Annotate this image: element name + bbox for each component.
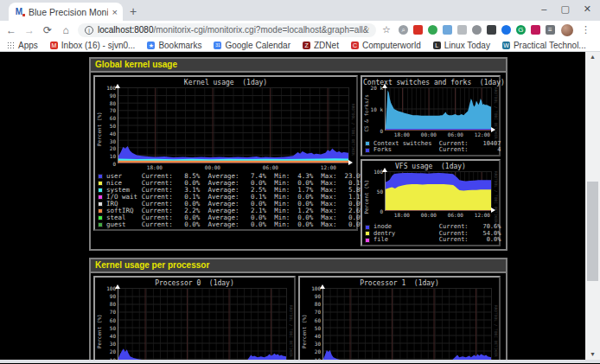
- x-tick-label: 12:00: [321, 164, 336, 170]
- legend-swatch: [98, 188, 103, 193]
- y-tick-label: 90: [110, 92, 116, 98]
- extensions-row: ⌕G≡: [399, 25, 555, 35]
- y-axis-label: Percent (%): [301, 288, 308, 360]
- forward-icon[interactable]: →: [23, 24, 35, 36]
- dark-square-ext-icon[interactable]: [487, 25, 496, 35]
- y-tick-label: 0: [380, 208, 383, 214]
- legend-swatch: [98, 201, 103, 207]
- legend-swatch: [365, 231, 370, 236]
- legend-row: file Current: 0.0%: [365, 237, 498, 244]
- graph-plot: [118, 87, 349, 163]
- back-icon[interactable]: ←: [5, 24, 17, 36]
- graph-plot: [118, 288, 287, 360]
- maximize-button[interactable]: ▢: [560, 3, 569, 14]
- window-titlebar: M Blue Precision Monitorix × + – ▢ ✕: [0, 0, 600, 21]
- axis-arrow-up-icon: [382, 168, 387, 172]
- browser-toolbar: ← → ⟳ ⌂ i localhost:8080/monitorix-cgi/m…: [0, 21, 600, 39]
- legend-swatch: [365, 238, 370, 243]
- bookmark-item[interactable]: CComputerworld: [351, 41, 421, 50]
- gmail-ext-icon[interactable]: [413, 25, 423, 35]
- scrollbar-thumb[interactable]: [587, 182, 598, 281]
- y-tick-label: 80: [110, 301, 116, 307]
- bookmark-item[interactable]: 31Google Calendar: [214, 41, 290, 50]
- legend-row: guest Current: 0.0% Average: 0.0% Min: 0…: [98, 221, 355, 228]
- search-ext-icon[interactable]: ⌕: [399, 25, 408, 35]
- scrollbar[interactable]: ▲ ▼: [585, 52, 600, 360]
- bookmark-star-icon[interactable]: ☆: [382, 24, 391, 35]
- y-tick-label: 60: [110, 316, 116, 322]
- y-tick-label: 70: [315, 309, 321, 315]
- y-tick-label: 20: [110, 145, 116, 151]
- green-circle-ext-icon[interactable]: G: [516, 25, 526, 35]
- x-tick-label: 06:00: [448, 131, 463, 137]
- legend-text: Forks Current: 4: [373, 147, 501, 154]
- chrome-menu-icon[interactable]: ⋮: [581, 24, 590, 35]
- bookmark-item[interactable]: MInbox (16) - sjvn0...: [50, 41, 136, 50]
- bookmark-label: Bookmarks: [158, 41, 201, 50]
- section-kernel-per-processor: Kernel usage per processor Processor 0 (…: [89, 258, 507, 360]
- x-tick-label: 18:00: [394, 131, 410, 137]
- calendar-icon: 31: [214, 42, 221, 49]
- notes-ext-icon[interactable]: [457, 25, 467, 35]
- y-tick-label: 70: [110, 107, 116, 113]
- green-badge-ext-icon[interactable]: [428, 25, 437, 35]
- reload-icon[interactable]: ⟳: [41, 24, 54, 36]
- browser-tab[interactable]: M Blue Precision Monitorix ×: [9, 3, 123, 21]
- legend-swatch: [365, 141, 370, 146]
- apps-shortcut[interactable]: Apps: [7, 41, 38, 50]
- tablist-ext-icon[interactable]: ≡: [546, 25, 555, 35]
- legend-swatch: [98, 215, 103, 220]
- graph-plot: [322, 288, 492, 360]
- x-tick-label: 00:00: [421, 131, 437, 137]
- x-tick-label: 00:00: [205, 164, 220, 170]
- bookmark-item[interactable]: ZZDNet: [303, 41, 339, 50]
- y-tick-label: 40: [110, 130, 116, 136]
- scroll-up-icon[interactable]: ▲: [585, 52, 600, 62]
- rrdtool-watermark: RRDTOOL / TOBI OETIKER: [287, 288, 293, 360]
- y-tick-label: 50: [110, 324, 116, 330]
- pin-ext-icon[interactable]: [531, 25, 540, 35]
- blue-pill-ext-icon[interactable]: [501, 25, 511, 35]
- x-tick-label: 06:00: [263, 164, 278, 170]
- bookmark-label: ZDNet: [314, 41, 339, 50]
- scroll-down-icon[interactable]: ▼: [585, 349, 600, 360]
- url-text[interactable]: localhost:8080/monitorix-cgi/monitorix.c…: [98, 25, 369, 35]
- home-icon[interactable]: ⌂: [60, 24, 72, 36]
- y-tick-label: 10: [110, 356, 116, 360]
- graph-title: Processor 1 (1day): [301, 279, 498, 287]
- y-tick-label: 90: [315, 292, 321, 298]
- area-forks: [386, 129, 491, 130]
- axis-arrow-up-icon: [115, 84, 120, 88]
- graph-vfs_usage[interactable]: VFS usage (1day)Percent (%)10050018:0000…: [361, 159, 501, 246]
- bookmark-item[interactable]: LLinux Today: [433, 41, 490, 50]
- graph-kernel_usage[interactable]: Kernel usage (1day)Percent (%)1009080706…: [93, 75, 358, 231]
- y-axis-label: CS & forks/s: [363, 87, 370, 139]
- y-tick-label: 0: [112, 161, 116, 167]
- graph-context_switches[interactable]: Context switches and forks (1day)CS & fo…: [361, 75, 501, 156]
- minimize-button[interactable]: –: [541, 3, 546, 14]
- copy-pages-ext-icon[interactable]: [443, 25, 452, 35]
- legend-swatch: [365, 148, 370, 153]
- legend-swatch: [98, 195, 103, 200]
- close-button[interactable]: ✕: [584, 3, 591, 14]
- new-tab-button[interactable]: +: [130, 4, 137, 21]
- address-bar[interactable]: i localhost:8080/monitorix-cgi/monitorix…: [78, 23, 376, 37]
- site-info-icon[interactable]: i: [85, 26, 93, 35]
- bookmark-item[interactable]: WPractical Technol...: [502, 41, 586, 50]
- bookmark-label: Practical Technol...: [514, 41, 586, 50]
- x-tick-label: 18:00: [394, 212, 410, 218]
- graph-title: Kernel usage (1day): [96, 79, 355, 86]
- y-tick-label: 50: [377, 188, 383, 194]
- legend-swatch: [98, 222, 103, 227]
- tab-close-icon[interactable]: ×: [112, 7, 118, 17]
- bookmark-item[interactable]: ★Bookmarks: [147, 41, 201, 50]
- apps-grid-icon: [7, 42, 15, 49]
- graph-title: Processor 0 (1day): [96, 279, 293, 287]
- y-tick-label: 10 k: [371, 106, 383, 112]
- graph-processor1[interactable]: Processor 1 (1day)Percent (%)10090807060…: [298, 276, 501, 360]
- eye-ext-icon[interactable]: [472, 25, 482, 35]
- y-tick-label: 30: [315, 341, 321, 347]
- graph-processor0[interactable]: Processor 0 (1day)Percent (%)10090807060…: [93, 276, 296, 360]
- y-tick-label: 40: [315, 332, 321, 338]
- profile-avatar[interactable]: [561, 24, 573, 36]
